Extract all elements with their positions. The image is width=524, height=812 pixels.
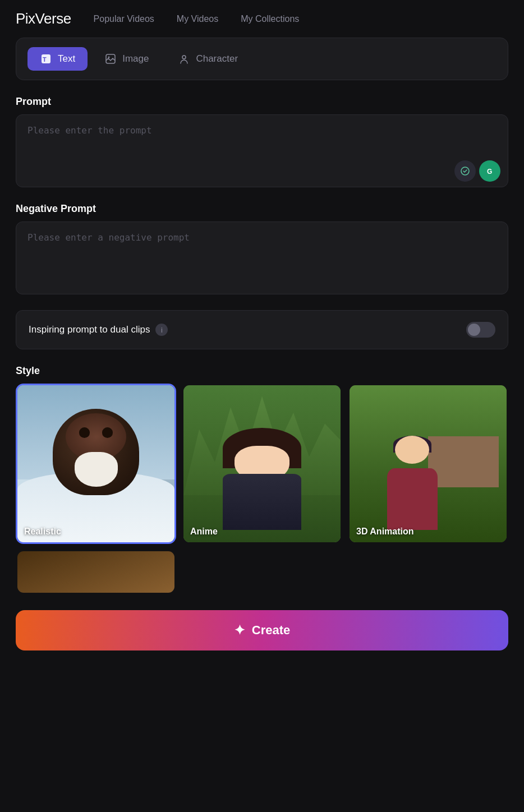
- nav-popular-videos[interactable]: Popular Videos: [94, 14, 154, 24]
- sparkle-icon: ✦: [234, 622, 245, 638]
- threed-scene: [350, 385, 507, 542]
- logo-text: PixVerse: [16, 10, 71, 27]
- style-section: Style: [16, 365, 508, 594]
- dual-clips-text: Inspiring prompt to dual clips: [29, 324, 150, 335]
- boy-head: [395, 436, 430, 464]
- toggle-knob: [468, 324, 480, 336]
- realistic-preview: [17, 385, 174, 542]
- threed-boy: [381, 436, 444, 530]
- puppy-eye-left: [79, 427, 90, 438]
- character-icon: [178, 53, 190, 65]
- tab-bar: T Text Image Character: [16, 38, 508, 80]
- puppy-scene: [17, 385, 174, 542]
- text-icon: T: [40, 53, 52, 65]
- create-button-container: ✦ Create: [0, 610, 524, 666]
- negative-prompt-input[interactable]: [16, 222, 508, 294]
- dual-clips-row: Inspiring prompt to dual clips i: [16, 310, 508, 349]
- image-icon: [104, 53, 117, 65]
- prompt-input[interactable]: [16, 114, 508, 187]
- prompt-box: G: [16, 114, 508, 190]
- partial-card-bg: [17, 551, 174, 593]
- style-card-3d[interactable]: 3D Animation: [348, 384, 508, 544]
- prompt-label: Prompt: [16, 96, 508, 108]
- dual-clips-label: Inspiring prompt to dual clips i: [29, 324, 168, 336]
- anime-label: Anime: [190, 527, 218, 537]
- realistic-label: Realistic: [24, 527, 61, 537]
- puppy-body: [53, 409, 139, 495]
- tab-text[interactable]: T Text: [27, 47, 88, 71]
- nav: Popular Videos My Videos My Collections: [94, 14, 300, 24]
- tab-text-label: Text: [58, 53, 75, 64]
- anime-uniform: [223, 474, 301, 530]
- prompt-section: Prompt G: [16, 96, 508, 190]
- style-grid: Realistic Anime: [16, 384, 508, 594]
- create-button[interactable]: ✦ Create: [16, 610, 508, 650]
- tab-character[interactable]: Character: [166, 47, 250, 71]
- puppy-chest: [75, 452, 118, 487]
- puppy-main: [53, 409, 139, 495]
- 3d-preview: [350, 385, 507, 542]
- dual-clips-toggle[interactable]: [466, 322, 495, 338]
- tab-character-label: Character: [196, 53, 238, 64]
- ai-assistant-button[interactable]: [454, 160, 476, 182]
- anime-preview: [183, 385, 341, 542]
- 3d-label: 3D Animation: [356, 527, 414, 537]
- svg-point-4: [182, 56, 186, 59]
- tab-image[interactable]: Image: [92, 47, 161, 71]
- anime-scene: [183, 385, 341, 542]
- tab-image-label: Image: [122, 53, 149, 64]
- main-content: T Text Image Character: [0, 38, 524, 594]
- style-card-realistic[interactable]: Realistic: [16, 384, 176, 544]
- nav-my-videos[interactable]: My Videos: [177, 14, 218, 24]
- negative-prompt-section: Negative Prompt: [16, 203, 508, 297]
- boy-body: [387, 468, 438, 529]
- puppy-eye-right: [102, 427, 113, 438]
- svg-text:G: G: [487, 168, 492, 176]
- negative-prompt-label: Negative Prompt: [16, 203, 508, 215]
- nav-my-collections[interactable]: My Collections: [241, 14, 299, 24]
- header: PixVerse Popular Videos My Videos My Col…: [0, 0, 524, 38]
- anime-girl: [223, 428, 301, 530]
- logo: PixVerse: [16, 10, 71, 27]
- style-card-more[interactable]: [16, 550, 176, 594]
- svg-text:T: T: [43, 56, 47, 63]
- grammarly-button[interactable]: G: [479, 160, 500, 182]
- style-label: Style: [16, 365, 508, 377]
- prompt-tools: G: [454, 160, 500, 182]
- create-button-label: Create: [252, 623, 290, 638]
- style-card-anime[interactable]: Anime: [182, 384, 342, 544]
- info-icon[interactable]: i: [155, 324, 168, 336]
